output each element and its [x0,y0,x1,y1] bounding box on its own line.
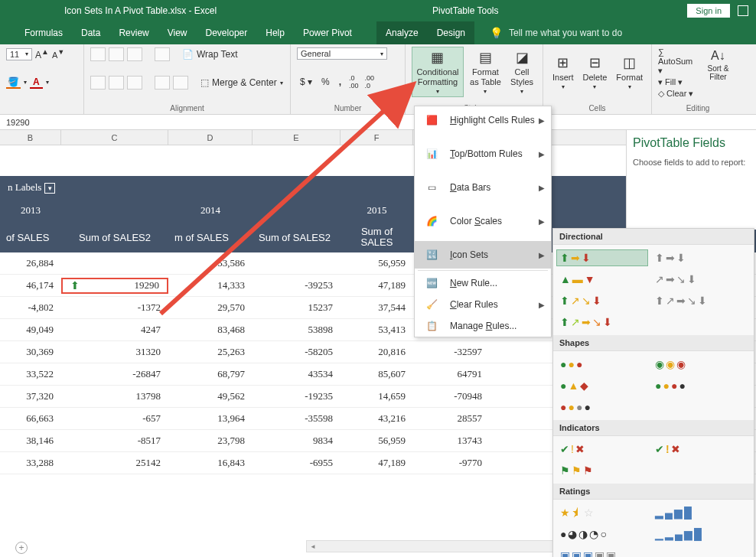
data-cell[interactable]: 56,959 [341,257,413,269]
sign-in-button[interactable]: Sign in [687,4,730,18]
align-left-icon[interactable] [90,76,106,90]
data-cell[interactable]: 14,333 [168,279,253,292]
data-cell[interactable]: -657 [61,412,168,425]
align-center-icon[interactable] [109,76,124,90]
format-button[interactable]: ◫Format▾ [613,53,646,92]
cf-manage-rules[interactable]: 📋 Manage Rules... [415,315,551,337]
data-cell[interactable]: 33,522 [0,368,61,380]
iconset-4ratings[interactable]: ▂▄▆█ [651,504,743,521]
data-cell[interactable]: 30,369 [0,346,61,358]
iconset-3arrows-gray[interactable]: ⬆➡⬇ [651,249,743,266]
column-labels-dropdown-icon[interactable]: ▾ [44,183,55,194]
data-cell[interactable]: 14,659 [341,390,413,402]
tab-developer[interactable]: Developer [197,21,257,44]
cf-icon-sets[interactable]: 🔣 Icon Sets ▶ [415,241,551,269]
iconset-4arrows-colored[interactable]: ⬆↗↘⬇ [556,292,648,309]
data-cell[interactable]: 53898 [253,324,341,336]
increase-font-icon[interactable]: A▲ [35,47,49,60]
iconset-3trafficlights-rimmed[interactable]: ◉◉◉ [651,356,743,373]
orientation-icon[interactable] [155,47,170,61]
merge-center-icon[interactable]: ⬚ [200,77,209,88]
cell-styles-button[interactable]: ◪ Cell Styles▾ [507,47,536,96]
increase-indent-icon[interactable] [173,76,188,90]
percent-format-icon[interactable]: % [318,77,333,87]
decrease-indent-icon[interactable] [155,76,170,90]
fill-button[interactable]: ▾ Fill ▾ [658,77,699,87]
cf-top-bottom[interactable]: 📊 Top/Bottom Rules ▶ [415,140,551,168]
data-cell[interactable]: 33,288 [0,457,61,469]
formula-bar[interactable]: 19290 [0,115,756,130]
data-cell[interactable]: 46,174 [0,279,61,292]
data-cell[interactable]: 85,607 [341,368,413,380]
tell-me-search[interactable]: 💡 Tell me what you want to do [490,27,622,39]
fill-color-dropdown-icon[interactable]: ▾ [24,79,27,86]
comma-format-icon[interactable]: , [336,77,344,87]
iconset-5arrows-colored[interactable]: ⬆↗➡↘⬇ [556,314,648,331]
data-cell[interactable]: 37,544 [341,301,413,314]
data-cell[interactable]: -35598 [253,412,341,425]
iconset-redtoblack[interactable]: ●●●● [556,399,648,415]
data-cell[interactable]: 25,263 [168,346,253,358]
data-cell[interactable]: 28557 [413,412,490,425]
tab-powerpivot[interactable]: Power Pivot [294,21,361,44]
decrease-decimal-icon[interactable]: .00.0 [363,74,376,90]
horizontal-scrollbar[interactable] [306,540,566,552]
wrap-text-button[interactable]: Wrap Text [197,49,238,60]
data-cell[interactable]: -19235 [253,390,341,402]
iconset-4trafficlights[interactable]: ●●●● [651,377,743,394]
cf-color-scales[interactable]: 🌈 Color Scales ▶ [415,207,551,235]
data-cell[interactable]: -26847 [61,368,168,380]
data-cell[interactable]: 38,146 [0,435,61,447]
col-header-f[interactable]: F [341,130,413,145]
cf-data-bars[interactable]: ▭ Data Bars ▶ [415,174,551,201]
iconset-5quarters[interactable]: ●◕◑◔○ [556,526,648,542]
data-cell[interactable]: 29,570 [168,301,253,314]
decrease-font-icon[interactable]: A▼ [52,48,64,60]
new-sheet-button[interactable]: + [15,542,28,554]
data-cell[interactable]: 9834 [253,435,341,447]
data-cell[interactable]: 13,964 [168,412,253,425]
data-cell[interactable]: -9770 [413,457,490,469]
iconset-5arrows-gray[interactable]: ⬆↗➡↘⬇ [651,292,743,309]
data-cell[interactable]: 47,189 [341,279,413,292]
data-cell[interactable]: 66,663 [0,412,61,425]
data-cell[interactable]: 47,189 [341,457,413,469]
tab-view[interactable]: View [158,21,197,44]
data-cell[interactable]: 49,562 [168,390,253,402]
data-cell[interactable]: 13798 [61,390,168,402]
insert-button[interactable]: ⊞Insert▾ [549,53,577,92]
font-color-dropdown-icon[interactable]: ▾ [46,79,49,86]
merge-center-button[interactable]: Merge & Center [212,77,277,88]
data-cell[interactable]: 15237 [253,301,341,314]
data-cell[interactable]: 23,798 [168,435,253,447]
align-top-icon[interactable] [90,47,106,61]
iconset-3trafficlights[interactable]: ●●● [556,356,648,373]
font-size-combo[interactable]: 11▾ [6,48,32,60]
data-cell[interactable]: 26,884 [0,257,61,269]
tab-help[interactable]: Help [256,21,294,44]
tab-data[interactable]: Data [72,21,109,44]
data-cell[interactable]: 31320 [61,346,168,358]
format-as-table-button[interactable]: ▤ Format as Table▾ [467,47,504,96]
iconset-5boxes[interactable]: ▣▣▣▣▣ [556,547,648,557]
data-cell[interactable]: -39253 [253,279,341,292]
ribbon-display-icon[interactable] [738,5,748,16]
autosum-button[interactable]: ∑ AutoSum ▾ [658,47,699,76]
data-cell[interactable]: 37,320 [0,390,61,402]
iconset-3stars[interactable]: ★⯨☆ [556,504,648,521]
data-cell[interactable]: -32597 [413,346,490,358]
tab-analyze[interactable]: Analyze [376,21,428,44]
data-cell[interactable]: -4,802 [0,301,61,314]
data-cell[interactable]: -70948 [413,390,490,402]
iconset-3triangles[interactable]: ▲▬▼ [556,271,648,288]
data-cell[interactable]: 53,413 [341,324,413,336]
tab-formulas[interactable]: Formulas [15,21,72,44]
conditional-formatting-button[interactable]: ▦ Conditional Formatting▾ [412,47,464,96]
data-cell[interactable]: 16,843 [168,457,253,469]
data-cell[interactable]: 4247 [61,324,168,336]
column-labels-cell[interactable]: n Labels▾ [0,181,69,194]
data-cell[interactable]: -8517 [61,435,168,447]
cf-clear-rules[interactable]: 🧹 Clear Rules ▶ [415,294,551,315]
data-cell[interactable]: 49,049 [0,324,61,336]
col-header-d[interactable]: D [168,130,253,145]
